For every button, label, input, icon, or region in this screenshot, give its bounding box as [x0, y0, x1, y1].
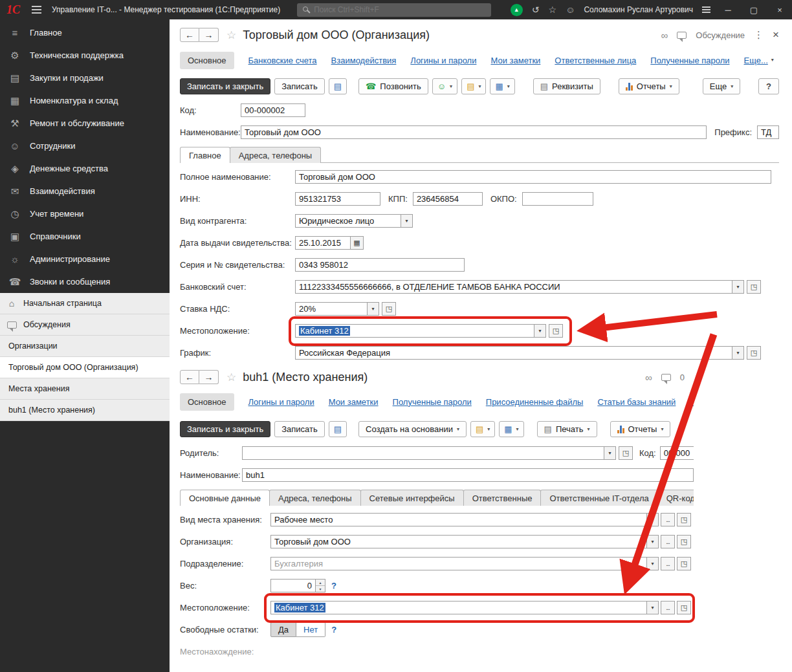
chevron-down-icon[interactable]: ▾ — [732, 346, 744, 360]
bank-account-input[interactable]: 11122333455556666666, в ОТДЕЛЕНИЕ ТАМБОВ… — [295, 280, 732, 294]
files-dropdown-button[interactable]: ▤▾ — [470, 421, 495, 437]
name-input[interactable]: Торговый дом ООО — [241, 125, 707, 139]
tab-responsible-persons[interactable]: Ответственные лица — [555, 56, 636, 65]
chevron-down-icon[interactable]: ▾ — [401, 214, 413, 228]
back-button[interactable]: ← — [180, 370, 199, 384]
tab-attached-files[interactable]: Присоединенные файлы — [486, 397, 584, 407]
page-tab-network-interfaces[interactable]: Сетевые интерфейсы — [360, 490, 464, 506]
open-button[interactable]: ◳ — [677, 513, 691, 526]
sidebar-item-time-tracking[interactable]: ◷Учет времени — [0, 202, 170, 225]
sidebar-nav-discussions[interactable]: Обсуждения — [0, 314, 170, 336]
sidebar-nav-storage-places[interactable]: Места хранения — [0, 378, 170, 400]
forward-button[interactable]: → — [199, 28, 219, 42]
reports-button[interactable]: Отчеты▾ — [610, 421, 671, 437]
tab-logins-passwords[interactable]: Логины и пароли — [248, 397, 314, 407]
help-question-icon[interactable]: ? — [331, 581, 336, 591]
open-button[interactable]: ◳ — [677, 601, 691, 614]
document-button[interactable]: ▤ — [329, 78, 347, 94]
sidebar-item-nomenclature-warehouse[interactable]: ▦Номенклатура и склад — [0, 89, 170, 112]
search-input[interactable] — [297, 3, 491, 17]
ellipsis-button[interactable]: ... — [661, 601, 675, 614]
maximize-button[interactable]: ▢ — [745, 5, 762, 15]
users-icon[interactable]: ☺ — [566, 5, 575, 15]
ellipsis-button[interactable]: ... — [661, 513, 675, 526]
save-button[interactable]: Записать — [274, 78, 325, 94]
table-dropdown-button[interactable]: ▦▾ — [499, 421, 523, 437]
weight-stepper[interactable]: ▴▾ — [316, 579, 325, 592]
storage-kind-input[interactable]: Рабочее место — [270, 513, 647, 526]
page-tab-addresses[interactable]: Адреса, телефоны — [269, 490, 361, 506]
minimize-button[interactable]: ─ — [720, 5, 736, 15]
open-button[interactable]: ◳ — [747, 346, 761, 360]
sidebar-item-administration[interactable]: ☼Администрирование — [0, 248, 170, 270]
page-tab-addresses[interactable]: Адреса, телефоны — [230, 147, 322, 163]
inn-input[interactable]: 951321753 — [295, 192, 380, 206]
open-button[interactable]: ◳ — [619, 446, 633, 460]
close-window-button[interactable]: × — [771, 5, 788, 15]
back-button[interactable]: ← — [180, 28, 199, 42]
free-rest-no-button[interactable]: Нет — [296, 622, 325, 637]
print-button[interactable]: ▤Печать▾ — [537, 421, 597, 437]
page-tab-main[interactable]: Главное — [180, 147, 230, 163]
calendar-icon[interactable]: ▦ — [351, 236, 364, 250]
full-name-input[interactable]: Торговый дом ООО — [295, 170, 771, 184]
chevron-down-icon[interactable]: ▾ — [647, 601, 659, 614]
close-form-button[interactable]: × — [773, 28, 779, 41]
sidebar-item-references[interactable]: ▣Справочники — [0, 225, 170, 248]
tab-more[interactable]: Еще...▾ — [744, 56, 774, 65]
service-menu-icon[interactable] — [702, 9, 710, 10]
prefix-input[interactable]: ТД — [757, 125, 779, 139]
forward-button[interactable]: → — [199, 370, 219, 384]
parent-input[interactable] — [242, 446, 604, 460]
sidebar-item-repair-service[interactable]: ⚒Ремонт и обслуживание — [0, 112, 170, 135]
link-icon[interactable]: ∞ — [645, 372, 652, 383]
sidebar-item-interactions[interactable]: ✉Взаимодействия — [0, 180, 170, 202]
location-input[interactable]: Кабинет 312 — [270, 601, 647, 614]
chevron-down-icon[interactable]: ▾ — [534, 324, 546, 338]
tab-knowledge-base[interactable]: Статьи базы знаний — [597, 397, 676, 407]
history-icon[interactable]: ↺ — [532, 5, 540, 15]
chevron-down-icon[interactable]: ▾ — [647, 535, 659, 548]
page-tab-responsible[interactable]: Ответственные — [463, 490, 542, 506]
code-input[interactable]: 00-000002 — [241, 103, 305, 117]
sidebar-item-calls-messages[interactable]: ☎Звонки и сообщения — [0, 270, 170, 293]
tab-deleted[interactable]: Удален — [690, 397, 694, 407]
save-button[interactable]: Записать — [274, 421, 325, 437]
contragent-kind-select[interactable]: Юридическое лицо — [295, 214, 401, 228]
code-input[interactable]: 00-000 — [660, 446, 694, 460]
chevron-down-icon[interactable]: ▾ — [732, 280, 744, 294]
sidebar-item-money[interactable]: ◈Денежные средства — [0, 157, 170, 180]
tab-bank-accounts[interactable]: Банковские счета — [248, 56, 317, 65]
global-search[interactable] — [297, 3, 491, 17]
files-dropdown-button[interactable]: ▤▾ — [461, 78, 486, 94]
requisites-button[interactable]: ▤Реквизиты — [533, 78, 600, 94]
tab-my-notes[interactable]: Мои заметки — [490, 56, 540, 65]
open-button[interactable]: ◳ — [677, 535, 691, 548]
link-icon[interactable]: ∞ — [661, 30, 668, 41]
discussion-label[interactable]: Обсуждение — [696, 30, 745, 40]
ellipsis-button[interactable]: ... — [661, 535, 675, 548]
chevron-down-icon[interactable]: ▾ — [604, 446, 616, 460]
vat-select[interactable]: 20% — [295, 302, 368, 316]
certificate-series-input[interactable]: 0343 958012 — [295, 258, 465, 272]
update-available-icon[interactable]: ▲ — [511, 4, 523, 16]
sidebar-nav-org-trading-house[interactable]: Торговый дом ООО (Организация) — [0, 357, 170, 378]
call-button[interactable]: ☎Позвонить — [358, 78, 428, 94]
sidebar-item-purchases-sales[interactable]: ▤Закупки и продажи — [0, 67, 170, 89]
tab-interactions[interactable]: Взаимодействия — [331, 56, 397, 65]
favorite-star-icon[interactable]: ☆ — [226, 371, 236, 384]
discussion-icon[interactable] — [677, 32, 687, 39]
create-from-button[interactable]: Создать на основании▾ — [358, 421, 467, 437]
weight-input[interactable]: 0 — [270, 579, 316, 592]
sidebar-item-main[interactable]: ≡Главное — [0, 21, 170, 44]
okpo-input[interactable] — [522, 192, 593, 206]
open-button[interactable]: ◳ — [382, 302, 396, 316]
members-dropdown-button[interactable]: ☺▾ — [432, 78, 457, 94]
document-button[interactable]: ▤ — [329, 421, 347, 437]
current-user-name[interactable]: Соломахин Руслан Артурович — [584, 5, 693, 14]
sidebar-item-tech-support[interactable]: ⚙Техническая поддержка — [0, 44, 170, 67]
chevron-down-icon[interactable]: ▾ — [368, 302, 379, 316]
tab-my-notes[interactable]: Мои заметки — [329, 397, 379, 407]
discussion-icon[interactable] — [661, 374, 671, 381]
tab-logins-passwords[interactable]: Логины и пароли — [410, 56, 476, 65]
